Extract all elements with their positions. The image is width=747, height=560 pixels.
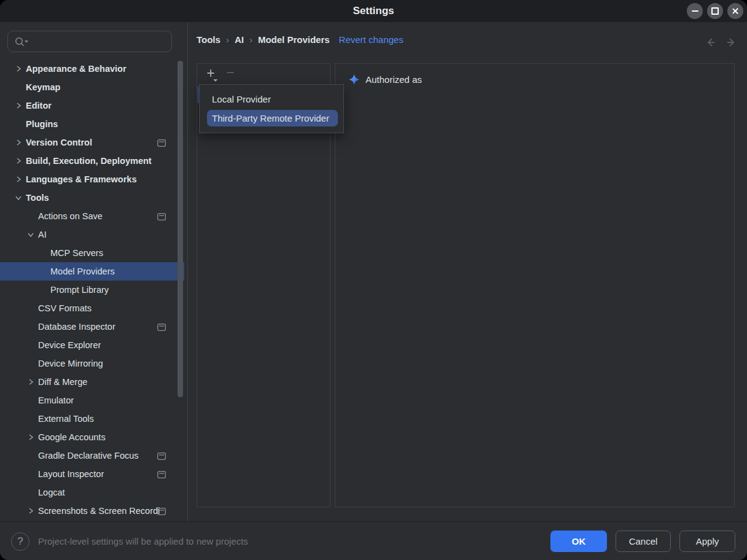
menu-item-third-party-remote-provider[interactable]: Third-Party Remote Provider <box>207 110 338 126</box>
sidebar-item-ai[interactable]: AI <box>0 225 184 244</box>
remove-provider-button[interactable]: − <box>223 65 238 81</box>
breadcrumb-segment-ai[interactable]: AI <box>235 34 244 45</box>
sidebar-item-appearance-behavior[interactable]: Appearance & Behavior <box>0 60 184 78</box>
sidebar-item-gradle-declarative-focus[interactable]: Gradle Declarative Focus <box>0 446 184 465</box>
sidebar-item-label: Prompt Library <box>50 285 109 295</box>
sidebar-item-csv-formats[interactable]: CSV Formats <box>0 299 184 317</box>
add-provider-button[interactable]: + <box>203 65 218 81</box>
sidebar-item-label: External Tools <box>38 414 94 424</box>
sidebar-item-label: Device Mirroring <box>38 359 103 368</box>
back-button[interactable] <box>702 34 718 50</box>
sidebar-item-label: Layout Inspector <box>38 469 104 479</box>
sidebar-item-label: Tools <box>26 193 49 203</box>
revert-changes-link[interactable]: Revert changes <box>339 34 404 45</box>
sidebar-item-languages-frameworks[interactable]: Languages & Frameworks <box>0 170 184 189</box>
sidebar-item-model-providers[interactable]: Model Providers <box>0 262 184 281</box>
chevron-right-icon[interactable] <box>26 506 36 516</box>
sidebar-item-screenshots-screen-recordi[interactable]: Screenshots & Screen Recordi <box>0 502 184 520</box>
forward-button[interactable] <box>724 34 740 50</box>
chevron-right-icon[interactable] <box>14 174 23 184</box>
breadcrumb: Tools›AI›Model ProvidersRevert changes <box>197 31 404 48</box>
close-button[interactable] <box>727 3 743 19</box>
ok-button[interactable]: OK <box>550 531 607 552</box>
settings-window: Settings Appearance & BehaviorKeymapEdit… <box>0 0 747 560</box>
footer-hint: Project-level settings will be applied t… <box>38 532 248 551</box>
sidebar-item-label: Screenshots & Screen Recordi <box>38 506 160 516</box>
sidebar-item-google-accounts[interactable]: Google Accounts <box>0 428 184 446</box>
authorized-as-row: Authorized as <box>349 74 422 85</box>
sidebar-item-label: Google Accounts <box>38 432 106 442</box>
apply-button[interactable]: Apply <box>679 531 735 552</box>
breadcrumb-separator: › <box>249 34 252 45</box>
sidebar-item-mcp-servers[interactable]: MCP Servers <box>0 244 184 262</box>
chevron-down-icon[interactable] <box>14 193 23 203</box>
sidebar-item-device-explorer[interactable]: Device Explorer <box>0 336 184 354</box>
sidebar-divider <box>187 22 188 521</box>
cancel-button[interactable]: Cancel <box>616 531 671 552</box>
sidebar-item-layout-inspector[interactable]: Layout Inspector <box>0 465 184 483</box>
chevron-right-icon[interactable] <box>14 156 23 166</box>
sidebar-item-label: Device Explorer <box>38 340 101 350</box>
help-button[interactable]: ? <box>11 532 29 551</box>
maximize-icon <box>711 7 719 15</box>
sidebar-item-version-control[interactable]: Version Control <box>0 133 184 152</box>
sidebar-item-actions-on-save[interactable]: Actions on Save <box>0 207 184 225</box>
sidebar-item-label: Gradle Declarative Focus <box>38 451 139 461</box>
sidebar-item-tools[interactable]: Tools <box>0 189 184 207</box>
sidebar-item-label: AI <box>38 230 47 239</box>
sidebar-item-label: Appearance & Behavior <box>26 64 127 74</box>
maximize-button[interactable] <box>707 3 723 19</box>
sidebar-item-label: Diff & Merge <box>38 377 87 387</box>
sidebar-item-device-mirroring[interactable]: Device Mirroring <box>0 354 184 373</box>
sidebar-item-label: Editor <box>26 101 52 111</box>
search-input[interactable] <box>29 36 160 47</box>
sidebar-item-logcat[interactable]: Logcat <box>0 483 184 502</box>
sidebar-item-label: Build, Execution, Deployment <box>26 156 152 166</box>
close-icon <box>732 7 739 15</box>
search-icon <box>14 36 29 47</box>
sidebar-item-prompt-library[interactable]: Prompt Library <box>0 281 184 299</box>
add-provider-menu: Local ProviderThird-Party Remote Provide… <box>199 84 344 133</box>
project-level-icon <box>157 470 166 478</box>
chevron-right-icon[interactable] <box>14 138 23 147</box>
chevron-right-icon[interactable] <box>26 432 36 442</box>
sidebar-item-external-tools[interactable]: External Tools <box>0 410 184 428</box>
minimize-button[interactable] <box>687 3 703 19</box>
project-level-icon <box>157 323 166 330</box>
sidebar-item-label: Database Inspector <box>38 322 115 332</box>
ai-spark-icon <box>349 74 359 85</box>
footer-bar: ? Project-level settings will be applied… <box>0 521 747 560</box>
sidebar-item-label: Logcat <box>38 488 65 497</box>
settings-search-box[interactable] <box>7 31 172 52</box>
minimize-icon <box>692 10 698 12</box>
chevron-down-icon[interactable] <box>26 230 36 239</box>
project-level-icon <box>157 507 166 515</box>
chevron-right-icon[interactable] <box>14 101 23 111</box>
sidebar-item-build-execution-deployment[interactable]: Build, Execution, Deployment <box>0 152 184 170</box>
sidebar-item-label: Actions on Save <box>38 211 103 221</box>
sidebar-item-diff-merge[interactable]: Diff & Merge <box>0 373 184 391</box>
sidebar-item-plugins[interactable]: Plugins <box>0 115 184 133</box>
project-level-icon <box>157 452 166 459</box>
sidebar-item-database-inspector[interactable]: Database Inspector <box>0 317 184 336</box>
sidebar-item-emulator[interactable]: Emulator <box>0 391 184 410</box>
sidebar-item-label: Model Providers <box>50 266 115 276</box>
menu-item-local-provider[interactable]: Local Provider <box>200 90 343 109</box>
sidebar-item-label: Languages & Frameworks <box>26 174 137 184</box>
breadcrumb-segment-model-providers[interactable]: Model Providers <box>258 34 330 45</box>
sidebar-item-keymap[interactable]: Keymap <box>0 78 184 96</box>
sidebar-item-label: Plugins <box>26 119 58 129</box>
sidebar-scrollbar-thumb[interactable] <box>178 61 183 397</box>
project-level-icon <box>157 139 166 146</box>
authorized-as-label: Authorized as <box>366 74 422 85</box>
breadcrumb-segment-tools[interactable]: Tools <box>197 34 221 45</box>
chevron-right-icon[interactable] <box>26 377 36 387</box>
window-title: Settings <box>0 0 747 22</box>
arrow-right-icon <box>724 34 740 50</box>
sidebar-item-editor[interactable]: Editor <box>0 96 184 115</box>
sidebar-item-label: CSV Formats <box>38 303 92 313</box>
arrow-left-icon <box>702 34 718 50</box>
chevron-right-icon[interactable] <box>14 64 23 74</box>
sidebar-item-label: Version Control <box>26 138 92 147</box>
project-level-icon <box>157 212 166 220</box>
